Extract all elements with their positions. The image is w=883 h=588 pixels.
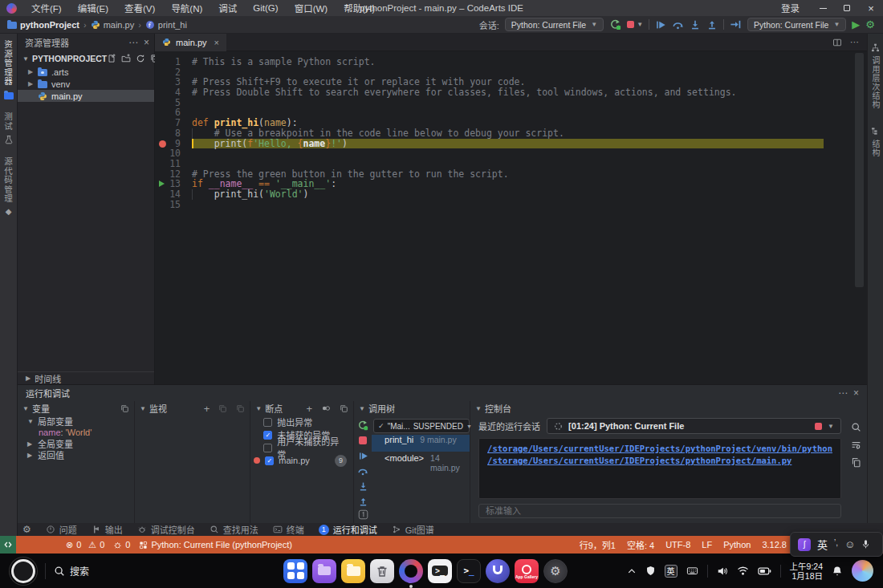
gutter-cell[interactable]: 1 — [155, 57, 192, 67]
notification-bell-icon[interactable] — [832, 566, 843, 577]
stdin-input[interactable] — [478, 504, 841, 518]
menu-item-帮助[interactable]: 帮助(H) — [336, 0, 383, 16]
tray-expand-icon[interactable] — [627, 566, 637, 576]
checkbox[interactable] — [263, 418, 272, 427]
gutter-cell[interactable]: 4 — [155, 87, 192, 98]
stack-frame[interactable]: <module>14 main.py — [372, 453, 470, 470]
dock-app-gallery[interactable]: App Gallery — [515, 559, 539, 583]
minimize-button[interactable] — [811, 0, 835, 16]
sidebar-item-explorer[interactable]: 资源管理器 — [2, 40, 14, 99]
sidebar-item-testing[interactable]: 测试 — [2, 112, 14, 144]
add-watch-icon[interactable]: + — [204, 403, 210, 415]
session-dropdown[interactable]: Python: Current File▼ — [505, 18, 604, 31]
new-file-icon[interactable] — [107, 54, 116, 63]
step-into-button[interactable] — [356, 481, 369, 492]
more-actions-icon[interactable]: ⋯ — [838, 387, 848, 399]
refresh-icon[interactable] — [136, 54, 145, 63]
dock-terminal-dark[interactable]: >_ — [457, 559, 481, 583]
code-line[interactable]: 4# Press Double Shift to search everywhe… — [155, 87, 867, 98]
split-editor-icon[interactable] — [832, 38, 842, 47]
ime-logo-icon[interactable]: ʃ — [798, 538, 811, 551]
rerun-button[interactable] — [356, 420, 369, 431]
taskbar-search[interactable]: 搜索 — [54, 564, 89, 578]
resume-button[interactable] — [655, 19, 666, 30]
dock-terminal-light[interactable]: >_ — [428, 559, 452, 583]
dock-codearts[interactable] — [399, 559, 423, 583]
step-out-button[interactable] — [356, 496, 369, 507]
breadcrumb-file[interactable]: main.py — [91, 20, 135, 30]
ime-language-toggle[interactable]: 英 — [817, 537, 828, 552]
language-mode[interactable]: Python — [723, 540, 751, 549]
run-gutter-icon[interactable] — [159, 180, 165, 187]
login-button[interactable]: 登录 — [770, 2, 811, 14]
panel-tab-git-graph[interactable]: Git图谱 — [392, 523, 434, 536]
var-entry-name[interactable]: name: 'World' — [18, 427, 134, 438]
soft-wrap-icon[interactable] — [851, 440, 861, 450]
copy-icon[interactable] — [851, 457, 861, 468]
gutter-cell[interactable]: 7 — [155, 118, 192, 128]
panel-tab-debug-console[interactable]: 调试控制台 — [137, 523, 195, 536]
close-icon[interactable]: × — [144, 37, 149, 48]
run-session-dropdown[interactable]: [01:24] Python: Current File ▼ — [547, 418, 841, 434]
close-icon[interactable]: × — [853, 387, 859, 399]
dock-file-manager[interactable] — [312, 559, 336, 583]
close-tab-icon[interactable]: × — [214, 38, 219, 47]
var-group-global[interactable]: ▶全局变量 — [18, 438, 134, 449]
volume-icon[interactable] — [717, 566, 728, 577]
panel-tab-terminal[interactable]: 终端 — [273, 523, 304, 536]
tree-item-mainpy[interactable]: main.py — [18, 90, 154, 102]
stack-frame[interactable]: print_hi9 main.py — [372, 435, 470, 452]
breakpoint-row[interactable]: 用户未捕获的异常 — [250, 441, 353, 454]
run-button[interactable]: ▶ — [852, 18, 860, 30]
console-output[interactable]: /storage/Users/currentUser/IDEProjects/p… — [478, 438, 841, 499]
indentation[interactable]: 空格: 4 — [627, 538, 654, 551]
checkbox[interactable] — [263, 444, 272, 452]
code-line[interactable]: 10 — [155, 148, 867, 159]
menu-item-编辑[interactable]: 编辑(E) — [70, 0, 116, 16]
panel-settings-icon[interactable]: ⚙ — [22, 524, 31, 535]
var-group-local[interactable]: ▼局部变量 — [18, 416, 134, 427]
menu-item-it[interactable]: Git(G) — [245, 0, 286, 16]
interpreter-status[interactable]: Python: Current File (pythonProject) — [139, 540, 291, 549]
sidebar-item-source-control[interactable]: 源代码管理 ◆ — [2, 157, 14, 217]
breakpoint-row[interactable]: 抛出异常 — [250, 416, 353, 428]
menu-item-查看[interactable]: 查看(V) — [116, 0, 163, 16]
menu-item-导航[interactable]: 导航(N) — [163, 0, 210, 16]
code-editor[interactable]: 1# This is a sample Python script.23# Pr… — [155, 51, 867, 209]
tree-item-arts[interactable]: ▶ .arts — [18, 66, 154, 78]
toggle-breakpoints-icon[interactable] — [321, 403, 331, 413]
tab-mainpy[interactable]: main.py × — [155, 34, 226, 51]
step-into-button[interactable] — [690, 19, 701, 30]
ime-punctuation-toggle[interactable]: ’, — [834, 538, 838, 547]
more-actions-icon[interactable]: ⋯ — [850, 37, 859, 47]
emoji-picker-icon[interactable]: ☺ — [844, 538, 855, 550]
remove-watch-icon[interactable] — [218, 404, 227, 413]
breakpoint-row[interactable]: ✓main.py9 — [250, 454, 353, 467]
run-to-cursor-button[interactable] — [730, 18, 742, 30]
code-line[interactable]: 5 — [155, 98, 867, 108]
security-shield-icon[interactable] — [645, 566, 656, 576]
console-link[interactable]: /storage/Users/currentUser/IDEProjects/p… — [487, 443, 832, 455]
python-version[interactable]: 3.12.8 — [762, 540, 787, 549]
timeline-section[interactable]: ▶ 时间线 — [18, 371, 154, 384]
step-over-button[interactable] — [672, 18, 684, 30]
new-folder-icon[interactable] — [121, 54, 131, 63]
wifi-icon[interactable] — [737, 566, 749, 576]
user-avatar[interactable] — [852, 560, 873, 582]
gutter-cell[interactable]: 3 — [155, 77, 192, 87]
resume-button[interactable] — [356, 450, 369, 461]
menu-item-文件[interactable]: 文件(F) — [23, 0, 70, 16]
menu-item-调试[interactable]: 调试 — [210, 0, 245, 16]
stop-button[interactable]: ▼ — [627, 21, 643, 28]
console-link[interactable]: /storage/Users/currentUser/IDEProjects/p… — [487, 455, 832, 467]
restore-button[interactable] — [835, 0, 859, 16]
more-actions-icon[interactable]: ⋯ — [128, 37, 138, 48]
clock[interactable]: 上午9:24 1月18日 — [790, 562, 823, 581]
code-line[interactable]: 9 print(f'Hello, {name}!') — [155, 139, 867, 149]
sidebar-item-call-hierarchy[interactable]: 调用层次结构 — [869, 43, 881, 109]
breakpoint-dot[interactable] — [159, 140, 166, 148]
breadcrumb-project[interactable]: pythonProject — [7, 20, 79, 30]
code-line[interactable]: 14 print_hi('World') — [155, 189, 867, 200]
project-root-row[interactable]: ▼ PYTHONPROJECT — [18, 51, 154, 66]
eol[interactable]: LF — [702, 540, 712, 549]
